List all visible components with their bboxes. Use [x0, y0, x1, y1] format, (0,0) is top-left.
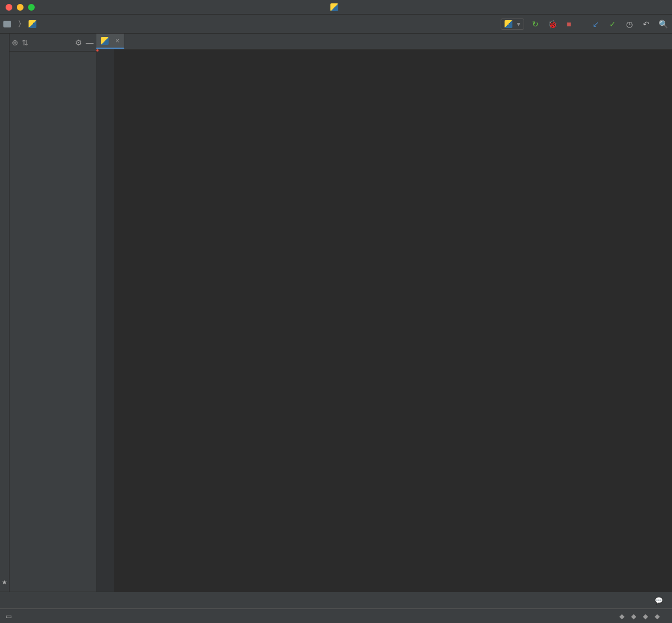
- titlebar: [0, 0, 672, 15]
- search-button[interactable]: 🔍: [657, 18, 669, 30]
- breadcrumb[interactable]: 〉: [3, 19, 40, 29]
- git-history-button[interactable]: ◷: [624, 18, 635, 30]
- run-button[interactable]: ↻: [530, 18, 541, 30]
- project-panel-header: ⊕ ⇅ ⚙ —: [10, 34, 96, 52]
- code-content[interactable]: [114, 49, 672, 592]
- annotation-highlight-box: [96, 49, 99, 52]
- folder-icon: [3, 21, 11, 27]
- editor-area: ×: [96, 34, 672, 592]
- line-number-gutter[interactable]: [96, 49, 106, 592]
- left-tool-strip: ★: [0, 34, 10, 592]
- chevron-down-icon: ▾: [517, 20, 520, 28]
- window-title: [330, 3, 342, 11]
- status-bar: ▭ ◆ ◆ ◆ ◆: [0, 608, 672, 623]
- close-tab-button[interactable]: ×: [115, 37, 119, 45]
- window-controls: [0, 1, 40, 14]
- python-file-icon: [29, 20, 36, 28]
- target-icon[interactable]: ⊕: [12, 38, 18, 47]
- fold-gutter[interactable]: [106, 49, 114, 592]
- event-log-button[interactable]: 💬: [655, 597, 666, 605]
- python-file-icon: [101, 37, 109, 45]
- status-icon: ▭: [6, 612, 12, 620]
- indent-config[interactable]: ◆: [643, 612, 648, 620]
- maximize-window-button[interactable]: [28, 4, 35, 11]
- editor-tabs: ×: [96, 34, 672, 49]
- minimize-panel-button[interactable]: —: [86, 38, 94, 47]
- favorites-star-icon[interactable]: ★: [0, 574, 9, 591]
- sort-icon[interactable]: ⇅: [22, 38, 29, 47]
- line-separator[interactable]: ◆: [619, 612, 624, 620]
- chevron-right-icon: 〉: [18, 19, 25, 29]
- git-revert-button[interactable]: ↶: [641, 18, 652, 30]
- main-area: ★ ⊕ ⇅ ⚙ — ×: [0, 34, 672, 592]
- git-commit-button[interactable]: ✓: [607, 18, 618, 30]
- close-window-button[interactable]: [6, 4, 12, 11]
- python-icon: [505, 20, 512, 28]
- project-tree[interactable]: [10, 52, 96, 54]
- pycharm-icon: [330, 3, 338, 11]
- main-toolbar: 〉 ▾ ↻ 🐞 ■ ↙ ✓ ◷ ↶ 🔍: [0, 15, 672, 34]
- gear-icon[interactable]: ⚙: [75, 38, 82, 47]
- editor-tab-botpy[interactable]: ×: [96, 34, 124, 49]
- speech-bubble-icon: 💬: [655, 597, 663, 605]
- minimize-window-button[interactable]: [17, 4, 24, 11]
- file-encoding[interactable]: ◆: [631, 612, 636, 620]
- git-branch[interactable]: ◆: [655, 612, 660, 620]
- run-configuration-selector[interactable]: ▾: [501, 18, 524, 30]
- stop-button[interactable]: ■: [563, 18, 575, 30]
- toolbar-right: ▾ ↻ 🐞 ■ ↙ ✓ ◷ ↶ 🔍: [501, 18, 669, 30]
- debug-button[interactable]: 🐞: [547, 18, 558, 30]
- git-update-button[interactable]: ↙: [590, 18, 601, 30]
- bottom-tool-bar: 💬: [0, 592, 672, 608]
- code-editor[interactable]: [96, 49, 672, 592]
- project-panel: ⊕ ⇅ ⚙ —: [10, 34, 96, 592]
